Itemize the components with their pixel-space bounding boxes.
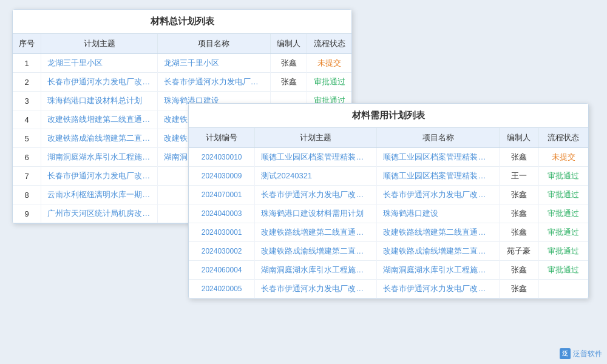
cell-plan[interactable]: 广州市天河区统计局机房改造项目材料总计划 [41,204,157,223]
table-row: 2024030001改建铁路线增建第二线直通线（成都...改建铁路线增建第二线直… [189,223,588,242]
cell-id: 3 [13,92,41,110]
cell-editor: 苑子豪 [499,242,538,261]
cell-editor: 张鑫 [499,223,538,242]
cell-status: 审批通过 [538,223,588,242]
cell-plan[interactable]: 改建铁路线增建第二线直通线（成都... [255,223,377,242]
cell-editor: 张鑫 [499,148,538,167]
cell-plan[interactable]: 测试20240321 [255,167,377,186]
table2: 计划编号 计划主题 项目名称 编制人 流程状态 2024030010顺德工业园区… [189,128,588,298]
table-row: 2024030002改建铁路成渝线增建第二直通线（成...改建铁路成渝线增建第二… [189,242,588,261]
cell-project[interactable]: 顺德工业园区档案管理精装修工程（... [377,148,499,167]
table2-header-row: 计划编号 计划主题 项目名称 编制人 流程状态 [189,128,588,148]
table2-col-editor: 编制人 [499,128,538,148]
table1-col-status: 流程状态 [307,34,351,54]
table-row: 2024030009测试20240321顺德工业园区档案管理精装修工程（...王… [189,167,588,186]
cell-id: 7 [13,167,41,186]
table2-container: 材料需用计划列表 计划编号 计划主题 项目名称 编制人 流程状态 2024030… [188,103,589,299]
cell-plan[interactable]: 改建铁路成渝线增建第二直通线（成... [255,242,377,261]
table-row: 1龙湖三千里小区龙湖三千里小区张鑫未提交 [13,54,351,73]
cell-project[interactable]: 湖南洞庭湖水库引水工程施工标 [377,261,499,280]
table1-col-editor: 编制人 [271,34,307,54]
cell-status: 审批通过 [538,242,588,261]
cell-id: 8 [13,186,41,204]
cell-editor: 张鑫 [271,54,307,73]
cell-editor: 张鑫 [271,73,307,92]
cell-plan[interactable]: 长春市伊通河水力发电厂改建工程材... [255,280,377,298]
cell-editor: 张鑫 [499,261,538,280]
table1-col-project: 项目名称 [157,34,270,54]
table-row: 2024070001长春市伊通河水力发电厂改建工程合...长春市伊通河水力发电厂… [189,186,588,204]
table1-header-row: 序号 计划主题 项目名称 编制人 流程状态 [13,34,351,54]
cell-editor: 张鑫 [499,280,538,298]
cell-status: 审批通过 [307,73,351,92]
table-row: 2024030010顺德工业园区档案管理精装饰工程（...顺德工业园区档案管理精… [189,148,588,167]
table1-title: 材料总计划列表 [13,10,351,34]
cell-plan[interactable]: 云南水利枢纽漓明水库一期工程施工标材料... [41,186,157,204]
cell-code[interactable]: 2024030009 [189,167,255,186]
cell-id: 5 [13,129,41,148]
cell-id: 6 [13,148,41,167]
table2-col-plan: 计划主题 [255,128,377,148]
cell-status [538,280,588,298]
cell-code[interactable]: 2024060004 [189,261,255,280]
cell-plan[interactable]: 珠海鹤港口建设材料需用计划 [255,204,377,223]
cell-code[interactable]: 2024040003 [189,204,255,223]
cell-code[interactable]: 2024030010 [189,148,255,167]
table-row: 2024020005长春市伊通河水力发电厂改建工程材...长春市伊通河水力发电厂… [189,280,588,298]
cell-id: 2 [13,73,41,92]
cell-id: 9 [13,204,41,223]
cell-code[interactable]: 2024030002 [189,242,255,261]
cell-project[interactable]: 龙湖三千里小区 [157,54,270,73]
cell-plan[interactable]: 改建铁路成渝线增建第二直通线（成渝枢纽... [41,129,157,148]
cell-plan[interactable]: 长春市伊通河水力发电厂改建工程材料总计划 [41,167,157,186]
cell-project[interactable]: 顺德工业园区档案管理精装修工程（... [377,167,499,186]
cell-id: 1 [13,54,41,73]
table-row: 2长春市伊通河水力发电厂改建工程合同材料...长春市伊通河水力发电厂改建工程张鑫… [13,73,351,92]
cell-project[interactable]: 珠海鹤港口建设 [377,204,499,223]
cell-project[interactable]: 长春市伊通河水力发电厂改建工程 [377,280,499,298]
cell-project[interactable]: 改建铁路线增建第二线直通线（成都... [377,223,499,242]
table2-col-code: 计划编号 [189,128,255,148]
table1-col-id: 序号 [13,34,41,54]
cell-code[interactable]: 2024020005 [189,280,255,298]
watermark-text: 泛普软件 [573,349,602,359]
table2-col-project: 项目名称 [377,128,499,148]
cell-editor: 张鑫 [499,186,538,204]
cell-plan[interactable]: 湖南洞庭湖水库引水工程施工标材... [255,261,377,280]
cell-status: 审批通过 [538,167,588,186]
table-row: 2024060004湖南洞庭湖水库引水工程施工标材...湖南洞庭湖水库引水工程施… [189,261,588,280]
cell-plan[interactable]: 长春市伊通河水力发电厂改建工程合... [255,186,377,204]
table2-col-status: 流程状态 [538,128,588,148]
watermark: 泛 泛普软件 [560,348,602,359]
cell-status: 审批通过 [538,261,588,280]
cell-status: 未提交 [307,54,351,73]
cell-plan[interactable]: 顺德工业园区档案管理精装饰工程（... [255,148,377,167]
table-row: 2024040003珠海鹤港口建设材料需用计划珠海鹤港口建设张鑫审批通过 [189,204,588,223]
cell-project[interactable]: 改建铁路成渝线增建第二直通线（成... [377,242,499,261]
cell-plan[interactable]: 龙湖三千里小区 [41,54,157,73]
cell-plan[interactable]: 珠海鹤港口建设材料总计划 [41,92,157,110]
cell-code[interactable]: 2024030001 [189,223,255,242]
cell-status: 审批通过 [538,204,588,223]
watermark-icon: 泛 [560,348,571,359]
cell-plan[interactable]: 湖南洞庭湖水库引水工程施工标材料总计划 [41,148,157,167]
cell-project[interactable]: 长春市伊通河水力发电厂改建工程 [377,186,499,204]
cell-plan[interactable]: 长春市伊通河水力发电厂改建工程合同材料... [41,73,157,92]
cell-id: 4 [13,110,41,129]
cell-plan[interactable]: 改建铁路线增建第二线直通线（成都-西安）... [41,110,157,129]
cell-editor: 张鑫 [499,204,538,223]
cell-status: 未提交 [538,148,588,167]
cell-project[interactable]: 长春市伊通河水力发电厂改建工程 [157,73,270,92]
cell-status: 审批通过 [538,186,588,204]
cell-editor: 王一 [499,167,538,186]
table2-title: 材料需用计划列表 [189,104,588,128]
table1-col-plan: 计划主题 [41,34,157,54]
cell-code[interactable]: 2024070001 [189,186,255,204]
